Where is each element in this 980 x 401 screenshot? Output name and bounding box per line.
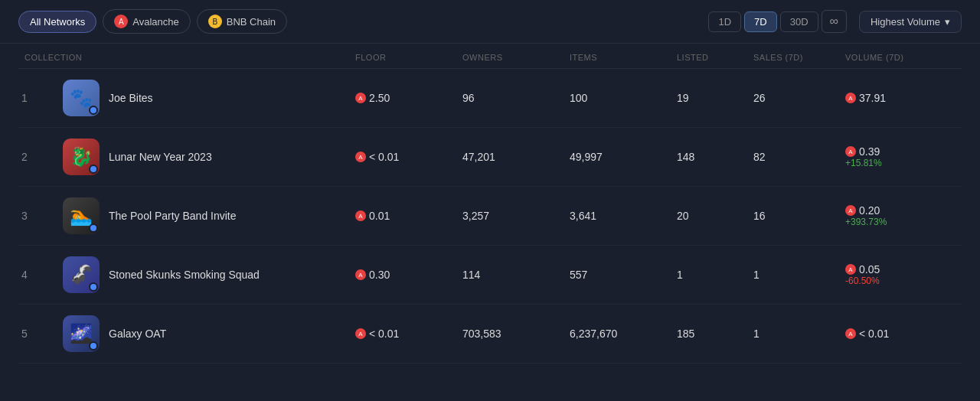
avatar: 🦨	[63, 256, 100, 293]
listed-value: 1	[671, 269, 747, 281]
items-value: 49,997	[564, 151, 671, 163]
header-floor: Floor	[349, 53, 456, 62]
network-filters: All Networks A Avalanche B BNB Chain	[18, 9, 287, 34]
collection-table: Collection Floor Owners Items Listed Sal…	[0, 44, 980, 364]
row-rank: 2	[18, 151, 57, 163]
floor-cell: A < 0.01	[349, 328, 456, 340]
listed-value: 185	[671, 328, 747, 340]
owners-value: 703,583	[456, 328, 564, 340]
volume-cell: A 0.05 -60.50%	[839, 263, 962, 286]
avatar-indicator	[89, 341, 98, 350]
listed-value: 19	[671, 92, 747, 104]
avax-volume-icon: A	[845, 93, 856, 103]
avax-icon: A	[355, 328, 366, 339]
collection-cell: 🌌 Galaxy OAT	[57, 315, 349, 352]
volume-cell: A < 0.01	[839, 328, 962, 340]
table-row[interactable]: 4 🦨 Stoned Skunks Smoking Squad A 0.30 1…	[18, 246, 962, 305]
sales-value: 16	[747, 210, 839, 222]
floor-value: 0.01	[369, 210, 390, 222]
collection-cell: 🦨 Stoned Skunks Smoking Squad	[57, 256, 349, 293]
items-value: 3,641	[564, 210, 671, 222]
row-rank: 5	[18, 328, 57, 340]
avalanche-label: Avalanche	[132, 16, 178, 28]
collection-cell: 🐉 Lunar New Year 2023	[57, 139, 349, 175]
owners-value: 96	[456, 92, 564, 104]
avax-icon: A	[355, 269, 366, 280]
header-owners: Owners	[456, 53, 564, 62]
volume-main: A 37.91	[845, 92, 886, 104]
right-controls: 1D 7D 30D ∞ Highest Volume ▾	[708, 10, 962, 33]
items-value: 100	[564, 92, 671, 104]
collection-name: Lunar New Year 2023	[109, 151, 212, 163]
owners-value: 47,201	[456, 151, 564, 163]
time-7d-btn[interactable]: 7D	[744, 11, 777, 32]
avatar: 🌌	[63, 315, 100, 352]
time-1d-btn[interactable]: 1D	[708, 11, 741, 32]
volume-main: A 0.05	[845, 263, 880, 275]
row-rank: 3	[18, 210, 57, 222]
collection-cell: 🐾 Joe Bites	[57, 80, 349, 116]
owners-value: 114	[456, 269, 564, 281]
header-sales: Sales (7D)	[747, 53, 839, 62]
volume-value: 37.91	[859, 92, 886, 104]
collection-name: Galaxy OAT	[109, 328, 166, 340]
volume-change: -60.50%	[845, 275, 880, 286]
floor-value: 0.30	[369, 269, 390, 281]
volume-cell: A 37.91	[839, 92, 962, 104]
table-row[interactable]: 1 🐾 Joe Bites A 2.50 96 100 19 26 A 37.9…	[18, 69, 962, 128]
collection-name: The Pool Party Band Invite	[109, 210, 237, 222]
volume-main: A < 0.01	[845, 328, 889, 340]
chevron-down-icon: ▾	[945, 16, 950, 28]
collection-name: Stoned Skunks Smoking Squad	[109, 269, 260, 281]
floor-cell: A < 0.01	[349, 151, 456, 163]
owners-value: 3,257	[456, 210, 564, 222]
header-volume: Volume (7D)	[839, 53, 962, 62]
sales-value: 82	[747, 151, 839, 163]
table-row[interactable]: 3 🏊 The Pool Party Band Invite A 0.01 3,…	[18, 187, 962, 246]
avalanche-btn[interactable]: A Avalanche	[103, 9, 190, 34]
sort-dropdown[interactable]: Highest Volume ▾	[859, 11, 962, 33]
table-row[interactable]: 2 🐉 Lunar New Year 2023 A < 0.01 47,201 …	[18, 128, 962, 187]
floor-cell: A 0.01	[349, 210, 456, 222]
sales-value: 1	[747, 269, 839, 281]
all-networks-btn[interactable]: All Networks	[18, 11, 96, 33]
avax-volume-icon: A	[845, 328, 856, 339]
volume-cell: A 0.39 +15.81%	[839, 145, 962, 168]
avatar: 🏊	[63, 197, 100, 234]
items-value: 557	[564, 269, 671, 281]
sales-value: 1	[747, 328, 839, 340]
avax-icon: A	[355, 152, 366, 162]
time-30d-btn[interactable]: 30D	[780, 11, 818, 32]
floor-cell: A 2.50	[349, 92, 456, 104]
sales-value: 26	[747, 92, 839, 104]
avax-volume-icon: A	[845, 205, 856, 216]
time-filters: 1D 7D 30D ∞	[708, 10, 847, 33]
avatar: 🐾	[63, 80, 100, 116]
row-rank: 4	[18, 269, 57, 281]
floor-cell: A 0.30	[349, 269, 456, 281]
all-networks-label: All Networks	[30, 16, 85, 28]
volume-cell: A 0.20 +393.73%	[839, 204, 962, 227]
volume-value: < 0.01	[859, 328, 889, 340]
avatar: 🐉	[63, 139, 100, 175]
avatar-indicator	[89, 106, 98, 115]
avalanche-icon: A	[114, 15, 128, 28]
avatar-indicator	[89, 282, 98, 292]
table-header: Collection Floor Owners Items Listed Sal…	[18, 44, 962, 69]
volume-value: 0.05	[859, 263, 880, 275]
bnb-btn[interactable]: B BNB Chain	[197, 9, 287, 34]
collection-cell: 🏊 The Pool Party Band Invite	[57, 197, 349, 234]
avax-volume-icon: A	[845, 146, 856, 157]
time-inf-btn[interactable]: ∞	[822, 10, 847, 33]
volume-value: 0.39	[859, 145, 880, 158]
header-listed: Listed	[671, 53, 747, 62]
avatar-indicator	[89, 165, 98, 174]
collection-name: Joe Bites	[109, 92, 153, 104]
bnb-icon: B	[208, 15, 222, 28]
items-value: 6,237,670	[564, 328, 671, 340]
volume-value: 0.20	[859, 204, 880, 217]
avax-icon: A	[355, 210, 366, 221]
table-row[interactable]: 5 🌌 Galaxy OAT A < 0.01 703,583 6,237,67…	[18, 305, 962, 364]
avax-volume-icon: A	[845, 264, 856, 275]
floor-value: < 0.01	[369, 328, 399, 340]
